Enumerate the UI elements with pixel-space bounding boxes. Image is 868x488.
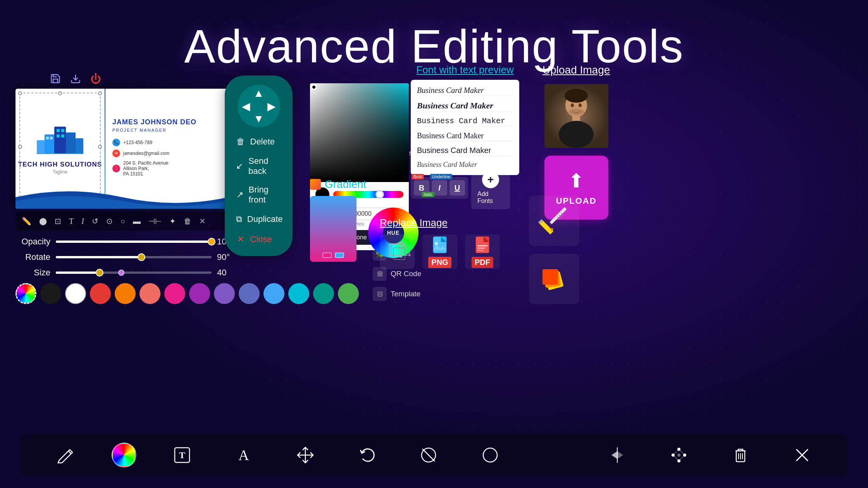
italic-tool[interactable]: I [80, 215, 86, 227]
bottom-tool-scatter[interactable] [663, 442, 695, 468]
layers-button[interactable] [529, 254, 579, 304]
swatch-pink[interactable] [164, 283, 185, 304]
split-tool[interactable]: ⊣⊢ [147, 215, 163, 227]
swatch-white[interactable] [65, 283, 86, 304]
close-x-svg [792, 445, 812, 465]
png-label: PNG [428, 257, 451, 268]
swatch-lavender[interactable] [214, 283, 235, 304]
size-track[interactable] [56, 271, 212, 274]
delete-tool[interactable]: 🗑 [182, 215, 193, 227]
bottom-tool-circle[interactable] [474, 442, 506, 468]
edit-tool[interactable]: ✏️ [20, 215, 33, 227]
svg-rect-7 [61, 129, 64, 132]
card-email-row: ✉ jamesdeo@gmail.com [112, 149, 229, 157]
close-tool[interactable]: ✕ [198, 215, 207, 227]
bottom-tool-undo[interactable] [351, 442, 383, 468]
bottom-tool-strikethrough[interactable] [413, 442, 444, 468]
bottom-tool-transform[interactable] [289, 442, 321, 468]
circle-svg [480, 445, 500, 465]
rect-tool[interactable]: ▬ [131, 215, 142, 227]
svg-rect-13 [389, 244, 401, 256]
swatch-black[interactable] [40, 283, 61, 304]
undo-tool[interactable]: ↺ [90, 215, 100, 227]
editor-panel: ⏻ [16, 72, 244, 304]
send-back-button[interactable]: ↙ Send back [232, 155, 286, 178]
bottom-tool-text-format[interactable]: T [166, 442, 198, 468]
power-icon[interactable]: ⏻ [89, 72, 103, 86]
shape-tool[interactable]: ○ [119, 215, 127, 227]
arrow-left-button[interactable]: ◀ [239, 99, 253, 113]
svg-rect-20 [477, 245, 487, 246]
swatch-rainbow[interactable] [16, 283, 36, 304]
replace-image-title: Replace Image [380, 217, 535, 229]
swatch-orange[interactable] [115, 283, 136, 304]
bottom-toolbar: T A [19, 434, 849, 476]
rotate-track[interactable] [56, 256, 212, 258]
font-item-4[interactable]: Business Card Maker [417, 131, 513, 141]
bottom-tool-rect-gradient[interactable] [536, 444, 572, 466]
font-item-2[interactable]: Business Card Maker [417, 100, 513, 112]
gradient-black-overlay [310, 83, 409, 182]
sliders-section: Opacity 100 % Rotate 90° Size [16, 237, 244, 278]
swatch-green[interactable] [338, 283, 359, 304]
size-thumb[interactable] [96, 269, 103, 277]
replace-rotate-icon[interactable] [380, 234, 415, 269]
opacity-track[interactable] [56, 241, 212, 243]
align-tool[interactable]: ⊙ [105, 215, 114, 227]
swatch-purple[interactable] [189, 283, 210, 304]
png-download-button[interactable]: PNG [422, 234, 457, 269]
arrow-up-button[interactable]: ▲ [252, 86, 266, 100]
star-tool[interactable]: ✦ [168, 215, 177, 227]
opacity-row: Opacity 100 % [16, 237, 244, 247]
bottom-tool-trash[interactable] [725, 442, 756, 468]
download-icon[interactable] [69, 72, 83, 86]
color-gradient-box[interactable] [310, 83, 409, 182]
bottom-tool-edit[interactable] [50, 442, 82, 468]
gradient-stop-1[interactable] [322, 253, 332, 258]
add-fonts-button[interactable]: + Add Fonts [471, 167, 510, 209]
gradient-title: Gradient [310, 178, 426, 191]
swatch-blue[interactable] [264, 283, 284, 304]
undo-svg [357, 445, 377, 465]
rotate-replace-svg [386, 240, 409, 263]
bottom-tool-mirror[interactable] [601, 442, 633, 468]
duplicate-button[interactable]: ⧉ Duplicate [232, 212, 286, 227]
gradient-color-stops [322, 253, 344, 258]
swatch-salmon[interactable] [140, 283, 160, 304]
bring-front-button[interactable]: ↗ Bring front [232, 183, 286, 206]
underline-button[interactable]: U [450, 180, 465, 196]
page-title: Advanced Editing Tools [0, 0, 868, 73]
swatch-cyan[interactable] [288, 283, 309, 304]
duplicate-icon: ⧉ [235, 213, 243, 225]
font-item-5[interactable]: Business Card Maker [417, 145, 513, 156]
bottom-tool-font[interactable]: A [228, 442, 260, 468]
pdf-download-button[interactable]: PDF [465, 234, 500, 269]
gradient-preview[interactable] [310, 196, 356, 262]
bottom-tool-close[interactable] [786, 442, 818, 468]
rotate-thumb[interactable] [138, 253, 145, 261]
color-swatches [16, 283, 244, 304]
rotate-row: Rotate 90° [16, 252, 244, 262]
save-icon[interactable] [48, 72, 62, 86]
text-tool[interactable]: T [67, 215, 75, 227]
svg-rect-52 [543, 448, 565, 462]
card-person-name: JAMES JOHNSON DEO [112, 118, 229, 126]
gradient-stop-2[interactable] [335, 253, 344, 258]
color-cursor[interactable] [311, 84, 317, 90]
swatch-teal[interactable] [313, 283, 334, 304]
delete-button[interactable]: 🗑 Delete [232, 134, 286, 149]
swatch-red[interactable] [90, 283, 111, 304]
arrow-down-button[interactable]: ▼ [252, 112, 266, 126]
pencil-ruler-button[interactable] [529, 196, 579, 246]
font-item-3[interactable]: Business Card Maker [417, 116, 513, 127]
color-tool[interactable]: ⬤ [38, 215, 48, 227]
crop-tool[interactable]: ⊡ [53, 215, 63, 227]
swatch-periwinkle[interactable] [239, 283, 260, 304]
arrow-right-button[interactable]: ▶ [265, 99, 279, 113]
font-item-1[interactable]: Business Card Maker [417, 85, 513, 96]
close-button[interactable]: ✕ Close [232, 232, 286, 247]
svg-marker-54 [611, 451, 617, 459]
bottom-tool-color-wheel[interactable] [112, 443, 136, 467]
side-menu-template[interactable]: ⊟ Template [369, 284, 431, 304]
opacity-thumb[interactable] [208, 238, 215, 246]
